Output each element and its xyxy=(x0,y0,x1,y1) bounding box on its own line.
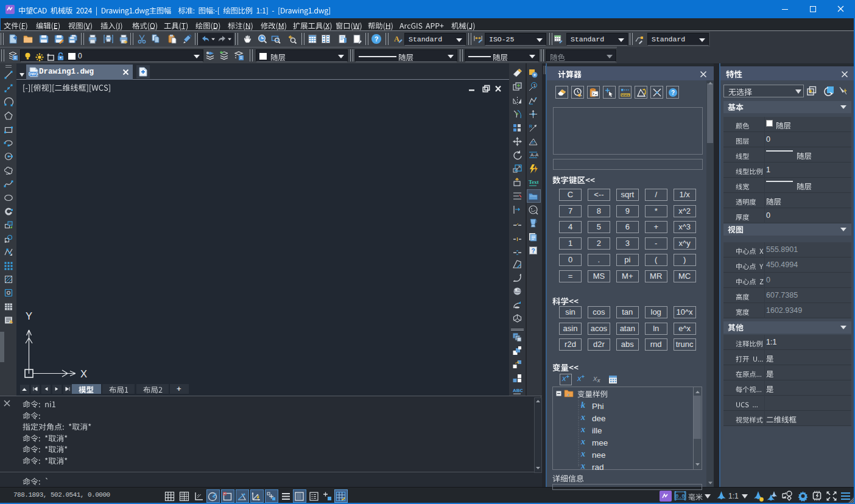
svg-text:DWG: DWG xyxy=(29,72,38,76)
svg-text:Y: Y xyxy=(26,310,32,321)
svg-text:X: X xyxy=(80,368,87,379)
